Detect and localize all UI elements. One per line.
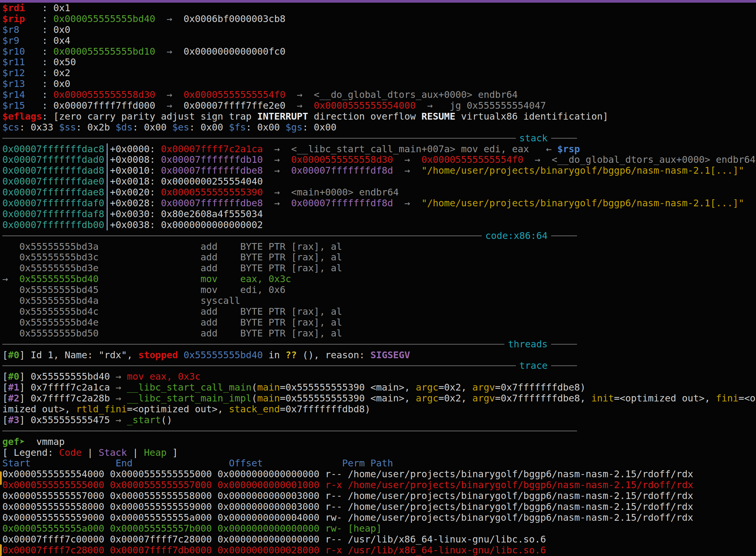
threads-line: [#0] Id 1, Name: "rdx", stopped 0x555555… bbox=[2, 350, 756, 360]
register-r13: $r13 : 0x0 bbox=[2, 78, 756, 89]
stack-line-5: 0x00007fffffffdaf0│+0x0028: 0x00007fffff… bbox=[2, 198, 756, 209]
separator-line bbox=[2, 430, 577, 431]
vmmap-row-7: 0x00007ffff7c28000 0x00007ffff7db0000 0x… bbox=[2, 545, 756, 556]
stack-line-0: 0x00007fffffffdac8│+0x0000: 0x00007ffff7… bbox=[2, 144, 756, 154]
section-title: code:x86:64 bbox=[485, 231, 548, 241]
stack-line-2: 0x00007fffffffdad8│+0x0010: 0x00007fffff… bbox=[2, 165, 756, 176]
section-title: stack bbox=[519, 133, 548, 144]
register-rip: $rip : 0x000055555555bd40 → 0x0006bf0000… bbox=[2, 13, 756, 24]
separator-line bbox=[2, 235, 482, 236]
vmmap-legend: [ Legend: Code | Stack | Heap ] bbox=[2, 447, 756, 458]
separator-plain bbox=[2, 425, 577, 437]
code-line-bd3e: 0x55555555bd3e add BYTE PTR [rax], al bbox=[2, 263, 756, 274]
stack-line-7: 0x00007fffffffdb00│+0x0038: 0x0000000000… bbox=[2, 219, 756, 231]
vmmap-row-1: 0x0000555555555000 0x0000555555557000 0x… bbox=[2, 480, 756, 490]
vmmap-row-6: 0x00007ffff7c00000 0x00007ffff7c28000 0x… bbox=[2, 534, 756, 545]
trace-frame-0: [#0] 0x55555555bd40 → mov eax, 0x3c bbox=[2, 371, 756, 382]
separator-line bbox=[551, 344, 577, 345]
register-r12: $r12 : 0x2 bbox=[2, 68, 756, 78]
vmmap-table-header: Start End Offset Perm Path bbox=[2, 458, 756, 469]
trace-frame-1: [#1] 0x7ffff7c2a1ca → __libc_start_call_… bbox=[2, 382, 756, 393]
register-r8: $r8 : 0x0 bbox=[2, 24, 756, 35]
code-line-bd4a: 0x55555555bd4a syscall bbox=[2, 296, 756, 306]
code-line-bd4c: 0x55555555bd4c add BYTE PTR [rax], al bbox=[2, 306, 756, 317]
register-segments: $cs: 0x33 $ss: 0x2b $ds: 0x00 $es: 0x00 … bbox=[2, 122, 756, 133]
register-r11: $r11 : 0x50 bbox=[2, 57, 756, 68]
register-r10: $r10 : 0x000055555555bd10 → 0x0000000000… bbox=[2, 46, 756, 57]
register-r9: $r9 : 0x4 bbox=[2, 35, 756, 46]
scroll-marker-bottom bbox=[0, 544, 2, 556]
terminal-screen[interactable]: $rdi : 0x1$rip : 0x000055555555bd40 → 0x… bbox=[0, 3, 756, 556]
code-line-bd50: 0x55555555bd50 add BYTE PTR [rax], al bbox=[2, 328, 756, 339]
vmmap-row-0: 0x0000555555554000 0x0000555555555000 0x… bbox=[2, 469, 756, 480]
separator-line bbox=[551, 365, 577, 366]
stack-line-1: 0x00007fffffffdad0│+0x0008: 0x00007fffff… bbox=[2, 154, 756, 165]
section-title: trace bbox=[519, 360, 548, 371]
stack-line-6: 0x00007fffffffdaf8│+0x0030: 0x80e2608a4f… bbox=[2, 209, 756, 219]
stack-line-4: 0x00007fffffffdae8│+0x0020: 0x0000555555… bbox=[2, 187, 756, 198]
register-r15: $r15 : 0x00007ffff7ffd000 → 0x00007ffff7… bbox=[2, 100, 756, 111]
vmmap-row-5: 0x000055555555a000 0x000055555557b000 0x… bbox=[2, 523, 756, 534]
separator-line bbox=[2, 365, 516, 366]
trace-frame-2-wrap: imized out>, rtld_fini=<optimized out>, … bbox=[2, 404, 756, 415]
vmmap-row-3: 0x0000555555558000 0x0000555555559000 0x… bbox=[2, 501, 756, 512]
section-header-code: code:x86:64 bbox=[2, 231, 577, 241]
code-line-bd3a: 0x55555555bd3a add BYTE PTR [rax], al bbox=[2, 241, 756, 252]
separator-line bbox=[551, 138, 577, 139]
section-header-stack: stack bbox=[2, 133, 577, 144]
separator-line bbox=[2, 138, 516, 139]
code-line-bd4e: 0x55555555bd4e add BYTE PTR [rax], al bbox=[2, 317, 756, 328]
section-header-threads: threads bbox=[2, 339, 577, 350]
separator-line bbox=[551, 235, 577, 236]
separator-line bbox=[2, 344, 504, 345]
code-line-bd45: 0x55555555bd45 mov edi, 0x6 bbox=[2, 284, 756, 296]
register-r14: $r14 : 0x0000555555558d30 → 0x0000555555… bbox=[2, 89, 756, 100]
register-rdi: $rdi : 0x1 bbox=[2, 3, 756, 13]
section-title: threads bbox=[508, 339, 548, 350]
code-line-current: → 0x55555555bd40 mov eax, 0x3c bbox=[2, 274, 756, 284]
section-header-trace: trace bbox=[2, 360, 577, 371]
code-line-bd3c: 0x55555555bd3c add BYTE PTR [rax], al bbox=[2, 252, 756, 263]
gef-prompt-line: gef➤ vmmap bbox=[2, 437, 756, 447]
stack-line-3: 0x00007fffffffdae0│+0x0018: 0x0000000255… bbox=[2, 176, 756, 187]
vmmap-row-4: 0x0000555555559000 0x000055555555a000 0x… bbox=[2, 512, 756, 523]
register-eflags: $eflags: [zero carry parity adjust sign … bbox=[2, 111, 756, 122]
vmmap-row-2: 0x0000555555557000 0x0000555555558000 0x… bbox=[2, 490, 756, 501]
scroll-marker-top bbox=[0, 472, 2, 485]
window-title-bar bbox=[0, 0, 756, 3]
trace-frame-3: [#3] 0x555555555475 → _start() bbox=[2, 415, 756, 425]
trace-frame-2: [#2] 0x7ffff7c2a28b → __libc_start_main_… bbox=[2, 393, 756, 404]
